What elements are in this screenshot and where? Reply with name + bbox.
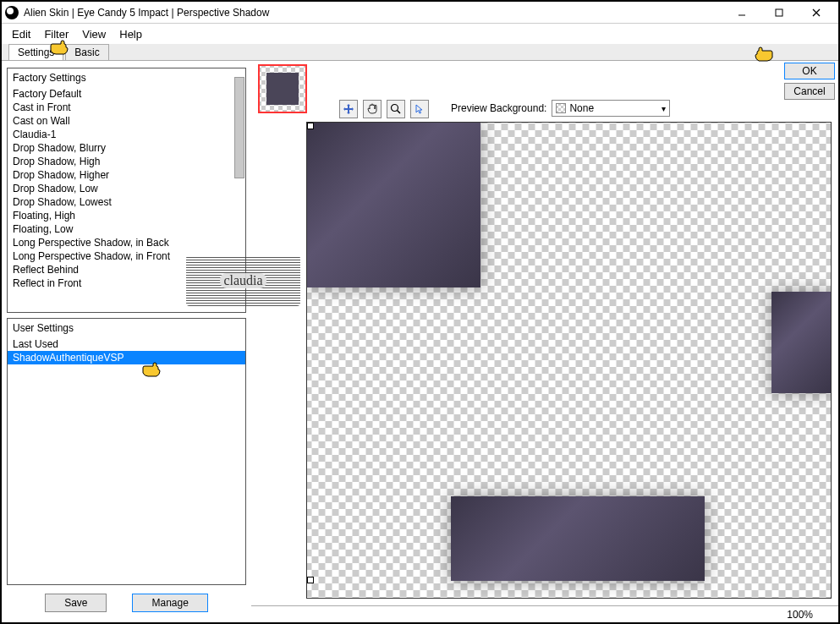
close-button[interactable] — [798, 3, 835, 23]
thumbnail-preview[interactable] — [258, 64, 307, 113]
preview-shape — [307, 123, 480, 287]
factory-settings-header: Factory Settings — [8, 68, 245, 87]
save-button[interactable]: Save — [45, 594, 107, 612]
menu-filter[interactable]: Filter — [44, 28, 69, 41]
left-panel: Factory Settings Factory Default Cast in… — [2, 61, 251, 622]
minimize-button[interactable] — [723, 3, 760, 23]
preview-bg-value: None — [569, 102, 594, 114]
tab-row: Settings Basic — [2, 44, 838, 61]
list-item[interactable]: Drop Shadow, Higher — [8, 168, 245, 182]
list-item[interactable]: Cast in Front — [8, 101, 245, 114]
cancel-button[interactable]: Cancel — [784, 83, 835, 100]
checker-swatch-icon — [556, 103, 566, 113]
list-item[interactable]: Drop Shadow, Lowest — [8, 195, 245, 209]
svg-rect-1 — [776, 9, 782, 16]
list-item[interactable]: Reflect Behind — [8, 263, 245, 276]
menu-view[interactable]: View — [82, 28, 106, 41]
selection-handle[interactable] — [307, 577, 314, 583]
maximize-button[interactable] — [760, 3, 798, 23]
tab-settings[interactable]: Settings — [8, 44, 63, 60]
manage-button[interactable]: Manage — [132, 594, 207, 612]
list-item[interactable]: Drop Shadow, Blurry — [8, 141, 245, 155]
ok-button[interactable]: OK — [784, 63, 835, 79]
user-settings-list[interactable]: User Settings Last Used ShadowAuthentiqu… — [7, 318, 246, 585]
menu-edit[interactable]: Edit — [12, 28, 30, 41]
app-icon — [5, 6, 19, 19]
list-item[interactable]: Claudia-1 — [8, 128, 245, 141]
list-item[interactable]: Drop Shadow, High — [8, 155, 245, 168]
preview-bg-dropdown[interactable]: None — [552, 100, 670, 117]
preview-bg-label: Preview Background: — [451, 102, 546, 114]
preview-canvas[interactable] — [306, 122, 832, 599]
list-item[interactable]: Floating, High — [8, 209, 245, 222]
svg-line-5 — [398, 111, 401, 114]
preview-shape — [771, 292, 831, 393]
list-item[interactable]: Long Perspective Shadow, in Front — [8, 249, 245, 263]
titlebar: Alien Skin | Eye Candy 5 Impact | Perspe… — [2, 2, 838, 24]
user-settings-header: User Settings — [8, 319, 245, 337]
menu-help[interactable]: Help — [119, 28, 142, 41]
list-item[interactable]: Last Used — [8, 337, 245, 351]
window-title: Alien Skin | Eye Candy 5 Impact | Perspe… — [24, 7, 723, 19]
factory-settings-list[interactable]: Factory Settings Factory Default Cast in… — [7, 68, 246, 313]
list-item[interactable]: Reflect in Front — [8, 276, 245, 290]
list-item[interactable]: Floating, Low — [8, 222, 245, 236]
pointer-tool-icon[interactable] — [410, 100, 429, 118]
scrollbar-thumb[interactable] — [234, 77, 244, 178]
list-item[interactable]: Factory Default — [8, 87, 245, 101]
tab-basic[interactable]: Basic — [65, 44, 108, 60]
svg-point-4 — [392, 105, 398, 112]
move-tool-icon[interactable] — [339, 100, 358, 118]
list-item[interactable]: ShadowAuthentiqueVSP — [8, 351, 245, 364]
list-item[interactable]: Drop Shadow, Low — [8, 182, 245, 195]
list-item[interactable]: Cast on Wall — [8, 114, 245, 128]
hand-tool-icon[interactable] — [363, 100, 382, 118]
list-item[interactable]: Long Perspective Shadow, in Back — [8, 236, 245, 249]
preview-shape — [451, 496, 705, 581]
menubar: Edit Filter View Help — [2, 24, 838, 44]
right-panel: Preview Background: None OK Cancel — [251, 61, 838, 622]
zoom-level: 100% — [787, 609, 813, 621]
selection-handle[interactable] — [307, 123, 314, 129]
status-bar: 100% — [251, 605, 838, 622]
zoom-tool-icon[interactable] — [387, 100, 405, 118]
